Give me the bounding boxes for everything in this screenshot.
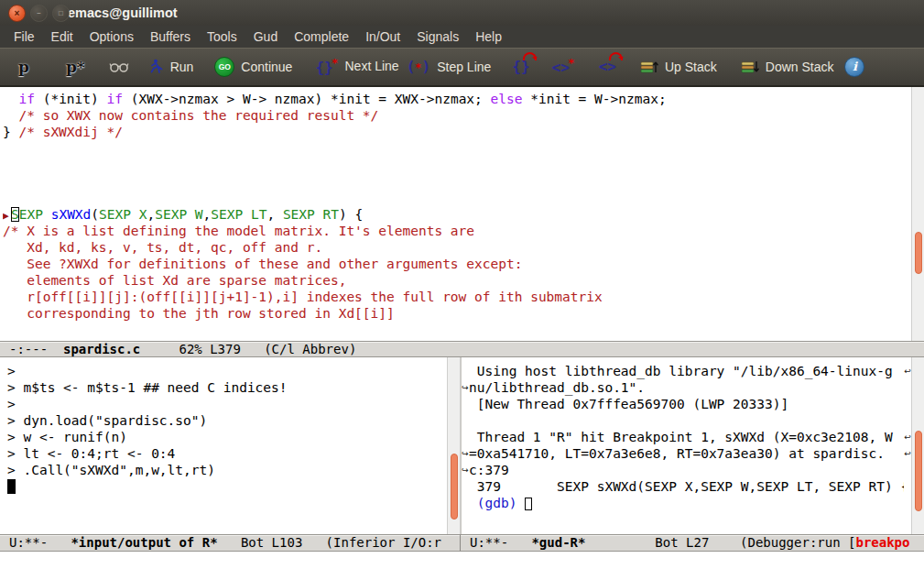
- up-stack-button[interactable]: Up Stack: [640, 60, 717, 74]
- hollow-cursor: [525, 498, 532, 510]
- text-segment: corresponding to the jth row stored in X…: [3, 306, 395, 321]
- fringe-left: [462, 412, 469, 429]
- source-scrollbar-thumb[interactable]: [915, 232, 922, 274]
- print-dereference-button[interactable]: p*: [66, 58, 85, 76]
- step-line-button[interactable]: (*) Step Line: [407, 58, 492, 75]
- continue-go-icon: GO: [214, 57, 234, 77]
- menu-item-tools[interactable]: Tools: [199, 29, 245, 44]
- window-buttons: × − □: [8, 5, 70, 22]
- menu-item-file[interactable]: File: [5, 29, 43, 44]
- minimize-button[interactable]: −: [30, 5, 48, 22]
- source-line: ▶SEXP sXWXd(SEXP X,SEXP W,SEXP LT, SEXP …: [3, 206, 911, 223]
- run-button[interactable]: Run: [149, 59, 194, 74]
- r-console-line: >: [7, 396, 447, 412]
- titlebar: × − □ emacs@guillimot: [0, 0, 924, 26]
- wrap-right-icon: ↩: [904, 363, 911, 379]
- text-segment: > w <- runif(n): [7, 430, 127, 444]
- text-segment: breakpo: [855, 535, 909, 550]
- r-console-line: >: [7, 363, 447, 379]
- menu-item-gud[interactable]: Gud: [245, 29, 286, 44]
- menu-item-signals[interactable]: Signals: [408, 29, 467, 44]
- red-star-glyph: *: [332, 56, 339, 70]
- text-segment: /* sXWXdij */: [18, 125, 123, 139]
- source-line: r[off[[i]][j]:(off[[i]][j+1]-1),i] index…: [3, 289, 911, 305]
- next-line-button[interactable]: {}* Next Line: [315, 56, 398, 76]
- r-console-scrollbar-thumb[interactable]: [451, 454, 458, 520]
- text-segment: /* X is a list defining the model matrix…: [3, 224, 474, 238]
- until-icon: <>: [599, 58, 616, 75]
- source-scrollbar[interactable]: [911, 87, 924, 341]
- red-star-glyph: *: [568, 56, 575, 70]
- text-segment: spardisc.c: [63, 342, 140, 356]
- breakpoint-arrow-icon: ▶: [3, 208, 11, 223]
- menu-item-buffers[interactable]: Buffers: [142, 29, 199, 44]
- maximize-icon: □: [59, 10, 63, 17]
- source-buffer-window[interactable]: if (*init) if (XWX->nzmax > W-> nzmax) *…: [0, 87, 911, 341]
- fringe-left: [462, 429, 469, 445]
- gdb-buffer-window[interactable]: Using host libthread_db library "/lib/x8…: [461, 357, 911, 534]
- maximize-button[interactable]: □: [52, 5, 70, 22]
- run-icon: [149, 59, 164, 74]
- print-icon: p: [18, 58, 29, 76]
- text-segment: else: [491, 92, 523, 106]
- red-star-glyph: *: [415, 61, 421, 74]
- continue-button[interactable]: GO Continue: [214, 57, 292, 77]
- text-segment: Bot L103 (Inferior I/O:r: [218, 535, 441, 550]
- up-stack-label: Up Stack: [665, 60, 717, 74]
- gdb-line: [462, 412, 911, 429]
- text-segment: }: [3, 125, 18, 139]
- menu-item-in-out[interactable]: In/Out: [357, 29, 408, 44]
- menu-item-complete[interactable]: Complete: [286, 29, 357, 44]
- menu-item-help[interactable]: Help: [467, 29, 510, 44]
- toolbar: p p* Run GO Continue: [0, 48, 924, 87]
- source-line: } /* sXWXdij */: [3, 124, 911, 140]
- print-button[interactable]: p: [18, 58, 29, 76]
- info-button[interactable]: i: [844, 57, 864, 77]
- source-line: [3, 157, 911, 173]
- text-segment: if: [107, 92, 123, 106]
- r-console-scrollbar[interactable]: [447, 357, 461, 534]
- close-button[interactable]: ×: [8, 5, 26, 22]
- down-stack-button[interactable]: Down Stack: [741, 60, 834, 74]
- source-line: elements of list Xd are sparse matrices,: [3, 272, 911, 289]
- source-line: See ?XWXd for definitions of these and o…: [3, 256, 911, 272]
- next-instruction-button[interactable]: {}: [512, 58, 529, 75]
- r-console-window[interactable]: >> m$ts <- m$ts-1 ## need C indices!>> d…: [0, 357, 447, 534]
- source-line: /* so XWX now contains the required resu…: [3, 107, 911, 124]
- gdb-scrollbar[interactable]: [911, 357, 924, 534]
- r-console-line: [7, 478, 447, 495]
- text-segment: if: [18, 92, 34, 106]
- stack-up-icon: [640, 60, 658, 74]
- text-segment: nu/libthread_db.so.1".: [469, 380, 645, 395]
- watch-button[interactable]: [109, 60, 129, 73]
- gdb-line: 379 SEXP sXWXd(SEXP X,SEXP W,SEXP LT, SE…: [462, 478, 911, 495]
- text-segment: U:**-: [9, 535, 71, 550]
- wrap-left-icon: ↪: [462, 379, 469, 396]
- fringe-left: [462, 396, 469, 412]
- until-button[interactable]: <>: [599, 58, 616, 75]
- text-cursor: S: [11, 207, 19, 222]
- menubar: FileEditOptionsBuffersToolsGudCompleteIn…: [0, 26, 924, 48]
- watch-glasses-icon: [109, 60, 129, 73]
- echo-area[interactable]: [0, 552, 924, 569]
- text-segment: Thread 1 "R" hit Breakpoint 1, sXWXd (X=…: [469, 430, 893, 444]
- gdb-scrollbar-thumb[interactable]: [915, 431, 922, 511]
- fringe-right: [904, 462, 911, 478]
- text-segment: ,: [266, 207, 282, 222]
- step-instruction-button[interactable]: <>*: [552, 56, 575, 76]
- text-segment: U:**-: [470, 535, 531, 550]
- source-line: corresponding to the jth row stored in X…: [3, 305, 911, 322]
- step-line-icon: (*): [407, 58, 431, 75]
- continue-label: Continue: [241, 60, 292, 74]
- menu-item-edit[interactable]: Edit: [43, 29, 82, 44]
- text-segment: *input/output of R*: [71, 535, 217, 550]
- menu-item-options[interactable]: Options: [82, 29, 142, 44]
- modeline-text: U:**- *gud-R* Bot L27 (Debugger:run [bre…: [461, 535, 924, 551]
- text-segment: =0xa541710, LT=0x7a3e6e8, RT=0x7a3ea30) …: [469, 446, 885, 461]
- emacs-window: × − □ emacs@guillimot FileEditOptionsBuf…: [0, 0, 924, 569]
- r-console-line: > lt <- 0:4;rt <- 0:4: [7, 445, 447, 462]
- paren-glyph: (: [407, 58, 416, 75]
- gdb-line: (gdb): [462, 495, 911, 511]
- text-segment: Xd, kd, ks, v, ts, dt, qc, off and r.: [3, 240, 322, 255]
- text-segment: See ?XWXd for definitions of these and o…: [3, 257, 522, 271]
